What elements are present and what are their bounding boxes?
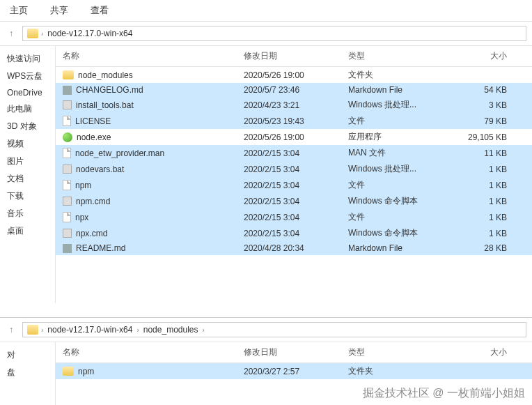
file-date: 2020/2/15 3:04 (244, 181, 348, 190)
breadcrumb-segment[interactable]: node-v12.17.0-win-x64 (46, 29, 134, 38)
file-name: install_tools.bat (76, 100, 134, 110)
header-type[interactable]: 类型 (348, 346, 453, 358)
file-type: Windows 批处理... (348, 163, 453, 175)
file-type: 文件 (348, 115, 453, 127)
tab-view[interactable]: 查看 (88, 3, 111, 18)
chevron-right-icon: › (41, 30, 43, 38)
file-date: 2020/2/15 3:04 (244, 148, 348, 158)
file-date: 2020/5/26 19:00 (244, 132, 348, 142)
header-name[interactable]: 名称 (56, 346, 244, 358)
sidebar-item[interactable]: OneDrive (3, 85, 52, 100)
column-headers: 名称 修改日期 类型 大小 (56, 342, 532, 363)
file-row[interactable]: npx.cmd 2020/2/15 3:04 Windows 命令脚本 1 KB (56, 225, 532, 241)
sidebar-item[interactable]: 视频 (3, 135, 52, 153)
file-size: 11 KB (453, 148, 515, 158)
watermark-text: 掘金技术社区 @ 一枚前端小姐姐 (363, 386, 525, 401)
file-icon (63, 116, 71, 126)
sidebar-item[interactable]: 桌面 (3, 222, 52, 240)
file-name: README.md (76, 243, 125, 253)
column-headers: 名称 修改日期 类型 大小 (56, 46, 532, 67)
file-date: 2020/5/23 19:43 (244, 116, 348, 126)
file-size: 1 KB (453, 181, 515, 190)
sidebar-item[interactable]: 3D 对象 (3, 118, 52, 135)
file-type: 文件 (348, 179, 453, 191)
file-name: CHANGELOG.md (76, 85, 143, 95)
file-name: node.exe (77, 132, 111, 142)
file-date: 2020/2/15 3:04 (244, 165, 348, 174)
file-row[interactable]: npx 2020/2/15 3:04 文件 1 KB (56, 209, 532, 225)
file-row[interactable]: node.exe 2020/5/26 19:00 应用程序 29,105 KB (56, 129, 532, 145)
bat-icon (63, 197, 72, 206)
sidebar-item[interactable]: 图片 (3, 153, 52, 170)
file-row[interactable]: nodevars.bat 2020/2/15 3:04 Windows 批处理.… (56, 161, 532, 177)
file-row[interactable]: node_modules 2020/5/26 19:00 文件夹 (56, 67, 532, 83)
md-icon (63, 244, 72, 253)
breadcrumb-segment[interactable]: node-v12.17.0-win-x64 (46, 325, 134, 335)
file-date: 2020/5/26 19:00 (244, 70, 348, 80)
chevron-right-icon: › (136, 326, 139, 334)
file-size: 1 KB (453, 213, 515, 222)
file-row[interactable]: README.md 2020/4/28 20:34 Markdown File … (56, 241, 532, 255)
sidebar-item[interactable]: 对 (3, 346, 52, 364)
header-date[interactable]: 修改日期 (244, 346, 348, 358)
file-name: LICENSE (75, 116, 111, 126)
header-size[interactable]: 大小 (453, 50, 515, 62)
file-row[interactable]: node_etw_provider.man 2020/2/15 3:04 MAN… (56, 145, 532, 161)
sidebar-item[interactable]: 音乐 (3, 205, 52, 222)
nav-up-icon[interactable]: ↑ (6, 324, 17, 335)
file-row[interactable]: LICENSE 2020/5/23 19:43 文件 79 KB (56, 113, 532, 129)
breadcrumb[interactable]: › node-v12.17.0-win-x64 (22, 26, 526, 41)
file-size: 29,105 KB (453, 132, 515, 142)
bat-icon (63, 165, 72, 174)
file-icon (63, 180, 71, 190)
file-name: node_etw_provider.man (75, 148, 164, 158)
sidebar-item[interactable]: WPS云盘 (3, 68, 52, 85)
sidebar-item[interactable]: 盘 (3, 364, 52, 381)
exe-icon (63, 132, 72, 142)
sidebar-item[interactable]: 快速访问 (3, 50, 52, 68)
file-size: 28 KB (453, 243, 515, 253)
breadcrumb-segment[interactable]: node_modules (142, 325, 200, 335)
bat-icon (63, 100, 72, 109)
nav-up-icon[interactable]: ↑ (6, 28, 17, 39)
file-date: 2020/2/15 3:04 (244, 229, 348, 238)
header-size[interactable]: 大小 (453, 346, 515, 358)
sidebar-item[interactable]: 此电脑 (3, 100, 52, 118)
chevron-right-icon: › (203, 326, 205, 334)
file-row[interactable]: npm.cmd 2020/2/15 3:04 Windows 命令脚本 1 KB (56, 193, 532, 209)
header-name[interactable]: 名称 (56, 50, 244, 62)
sidebar: 对盘 (0, 342, 56, 405)
navbar: ↑ › node-v12.17.0-win-x64 › node_modules… (0, 318, 532, 342)
file-type: Windows 命令脚本 (348, 227, 453, 239)
file-row[interactable]: CHANGELOG.md 2020/5/7 23:46 Markdown Fil… (56, 83, 532, 97)
file-size: 1 KB (453, 197, 515, 206)
tab-home[interactable]: 主页 (7, 3, 31, 18)
file-type: 文件夹 (348, 69, 453, 81)
file-size: 54 KB (453, 85, 515, 95)
file-type: Markdown File (348, 85, 453, 95)
file-date: 2020/5/7 23:46 (244, 85, 348, 95)
md-icon (63, 86, 72, 95)
folder-icon (63, 367, 74, 376)
ribbon-tabs: 主页 共享 查看 (0, 0, 532, 22)
file-name: npm.cmd (76, 197, 110, 206)
sidebar-item[interactable]: 文档 (3, 170, 52, 188)
file-date: 2020/4/23 3:21 (244, 100, 348, 110)
file-row[interactable]: install_tools.bat 2020/4/23 3:21 Windows… (56, 97, 532, 113)
tab-share[interactable]: 共享 (47, 3, 71, 18)
file-name: npx (75, 213, 88, 222)
breadcrumb[interactable]: › node-v12.17.0-win-x64 › node_modules › (22, 322, 526, 337)
header-date[interactable]: 修改日期 (244, 50, 348, 62)
file-list: 名称 修改日期 类型 大小 node_modules 2020/5/26 19:… (56, 46, 532, 303)
file-type: MAN 文件 (348, 147, 453, 159)
file-type: 文件 (348, 211, 453, 223)
file-date: 2020/2/15 3:04 (244, 213, 348, 222)
file-name: npm (78, 367, 94, 376)
file-date: 2020/4/28 20:34 (244, 243, 348, 253)
file-row[interactable]: npm 2020/3/27 2:57 文件夹 (56, 363, 532, 379)
file-row[interactable]: npm 2020/2/15 3:04 文件 1 KB (56, 177, 532, 193)
folder-icon (27, 325, 38, 335)
header-type[interactable]: 类型 (348, 50, 453, 62)
sidebar-item[interactable]: 下载 (3, 188, 52, 205)
folder-icon (63, 70, 74, 79)
